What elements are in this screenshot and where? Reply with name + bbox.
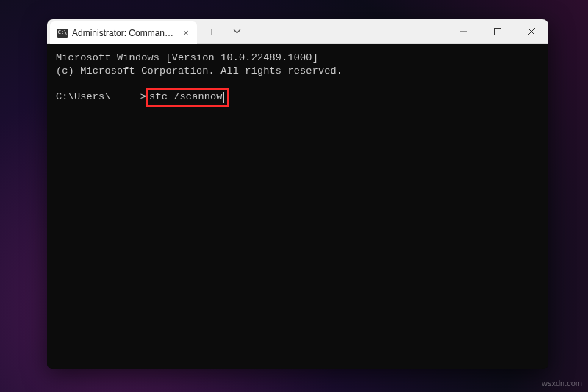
prompt-prefix: C:\Users\ — [56, 90, 111, 104]
tab-active[interactable]: C:\ Administrator: Command Prompt × — [50, 21, 197, 44]
text-cursor — [223, 92, 224, 103]
tab-title: Administrator: Command Prompt — [72, 28, 175, 38]
command-highlight: sfc /scannow — [146, 88, 229, 106]
window-controls — [447, 19, 548, 43]
prompt-line: C:\Users\>sfc /scannow — [56, 88, 539, 106]
prompt-suffix: > — [140, 90, 146, 104]
svg-rect-1 — [495, 28, 501, 35]
cmd-icon: C:\ — [57, 29, 68, 38]
titlebar[interactable]: C:\ Administrator: Command Prompt × + — [47, 19, 548, 44]
terminal-body[interactable]: Microsoft Windows [Version 10.0.22489.10… — [47, 44, 548, 369]
command-prompt-window: C:\ Administrator: Command Prompt × + Mi… — [47, 19, 548, 369]
new-tab-button[interactable]: + — [201, 21, 222, 42]
redacted-username — [111, 93, 140, 103]
tab-controls: + — [201, 19, 247, 43]
close-button[interactable] — [514, 19, 548, 43]
terminal-copyright-line: (c) Microsoft Corporation. All rights re… — [56, 65, 539, 78]
watermark: wsxdn.com — [542, 379, 582, 388]
close-tab-button[interactable]: × — [181, 27, 191, 39]
minimize-button[interactable] — [447, 19, 481, 43]
tab-dropdown-button[interactable] — [226, 21, 247, 42]
command-text: sfc /scannow — [149, 90, 223, 104]
titlebar-drag-area[interactable] — [247, 19, 447, 43]
terminal-header-line: Microsoft Windows [Version 10.0.22489.10… — [56, 51, 539, 65]
maximize-button[interactable] — [481, 19, 514, 43]
